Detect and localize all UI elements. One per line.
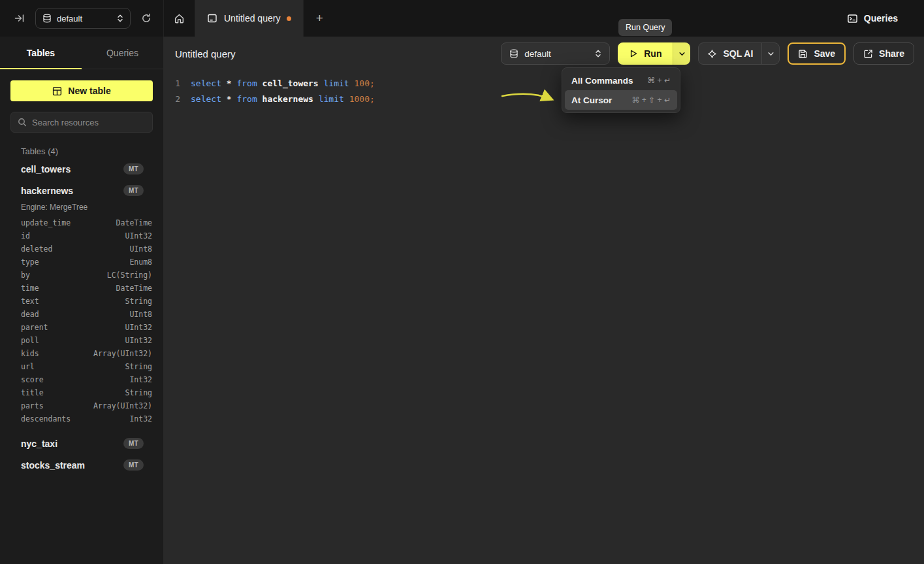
new-table-label: New table — [68, 86, 110, 96]
code-token: * — [227, 78, 232, 88]
column-name: update_time — [21, 218, 71, 227]
run-button[interactable]: Run — [618, 42, 673, 65]
column-type: String — [125, 388, 152, 397]
engine-badge: MT — [123, 438, 144, 449]
column-name: descendants — [21, 414, 71, 423]
collapse-sidebar-button[interactable] — [12, 10, 27, 26]
query-database-selector[interactable]: default — [501, 42, 610, 65]
column-type: String — [125, 297, 152, 306]
table-engine-label: Engine: MergeTree — [0, 201, 163, 216]
column-name: by — [21, 271, 30, 280]
code-token: from — [236, 94, 257, 104]
code-line[interactable]: 2select * from hackernews limit 1000; — [175, 91, 924, 107]
search-input[interactable] — [32, 118, 146, 127]
column-name: time — [21, 284, 39, 293]
arrow-to-bar-icon — [14, 13, 25, 24]
column-type: DateTime — [116, 218, 152, 227]
topbar-left: default — [0, 0, 163, 37]
home-tab[interactable] — [163, 0, 195, 37]
column-row[interactable]: typeEnum8 — [0, 256, 163, 269]
sql-ai-button[interactable]: SQL AI — [699, 43, 761, 64]
unsaved-indicator-dot — [287, 16, 291, 21]
chevron-up-down-icon — [595, 49, 601, 58]
sql-editor[interactable]: 1select * from cell_towers limit 100;2se… — [163, 71, 924, 107]
engine-badge: MT — [123, 459, 144, 471]
run-query-tooltip: Run Query — [618, 19, 672, 36]
code-text: select * from cell_towers limit 100; — [191, 76, 375, 91]
column-name: title — [21, 388, 44, 397]
column-row[interactable]: urlString — [0, 360, 163, 373]
tab-untitled-query[interactable]: Untitled query — [195, 0, 304, 37]
query-tab-icon — [207, 13, 217, 24]
refresh-icon — [141, 13, 151, 24]
sidebar-tab-tables[interactable]: Tables — [0, 37, 82, 69]
sidebar-tab-queries[interactable]: Queries — [82, 37, 163, 69]
chevron-down-icon — [678, 50, 686, 58]
menu-item-label: At Cursor — [571, 95, 612, 105]
column-type: Array(UInt32) — [93, 349, 152, 358]
column-row[interactable]: scoreInt32 — [0, 373, 163, 386]
menu-item-all-commands[interactable]: All Commands⌘ + ↵ — [565, 71, 677, 90]
column-list: update_timeDateTimeidUInt32deletedUInt8t… — [0, 216, 163, 433]
column-row[interactable]: parentUInt32 — [0, 321, 163, 334]
sql-ai-options-button[interactable] — [761, 43, 779, 64]
column-row[interactable]: titleString — [0, 386, 163, 399]
code-token: select — [191, 78, 221, 88]
column-name: score — [21, 375, 44, 384]
column-row[interactable]: descendantsInt32 — [0, 412, 163, 425]
table-row-nyc_taxi[interactable]: nyc_taxiMT — [0, 433, 163, 454]
engine-badge: MT — [123, 185, 144, 196]
column-type: UInt32 — [125, 231, 152, 241]
table-grid-icon — [52, 86, 62, 96]
column-row[interactable]: idUInt32 — [0, 229, 163, 242]
menu-item-at-cursor[interactable]: At Cursor⌘ + ⇧ + ↵ — [565, 90, 677, 110]
share-button[interactable]: Share — [853, 42, 914, 65]
column-row[interactable]: byLC(String) — [0, 269, 163, 282]
run-options-button[interactable] — [673, 42, 690, 65]
share-icon — [863, 49, 873, 59]
code-line[interactable]: 1select * from cell_towers limit 100; — [175, 76, 924, 91]
code-token: hackernews — [263, 94, 313, 104]
code-token: limit — [319, 94, 344, 104]
search-icon — [18, 118, 27, 127]
chevron-down-icon — [767, 50, 774, 58]
column-row[interactable]: timeDateTime — [0, 282, 163, 295]
run-button-group: Run — [618, 42, 690, 65]
refresh-button[interactable] — [138, 10, 154, 26]
menu-item-shortcut: ⌘ + ↵ — [647, 76, 671, 85]
code-token — [313, 94, 319, 104]
column-row[interactable]: kidsArray(UInt32) — [0, 347, 163, 360]
column-row[interactable]: deletedUInt8 — [0, 242, 163, 256]
table-row-hackernews[interactable]: hackernewsMT — [0, 180, 163, 201]
column-type: UInt32 — [125, 323, 152, 332]
new-tab-button[interactable]: + — [304, 0, 335, 37]
topbar-database-selector[interactable]: default — [35, 8, 131, 29]
sql-ai-button-group: SQL AI — [698, 42, 780, 65]
column-row[interactable]: textString — [0, 295, 163, 308]
column-name: deleted — [21, 244, 52, 254]
column-name: id — [21, 231, 30, 241]
table-row-cell_towers[interactable]: cell_towersMT — [0, 158, 163, 180]
queries-icon — [847, 13, 858, 24]
code-token: from — [236, 78, 257, 88]
tables-section-title: Tables (4) — [10, 146, 153, 156]
chevron-up-down-icon — [117, 14, 123, 23]
database-icon — [42, 14, 52, 23]
column-row[interactable]: pollUInt32 — [0, 334, 163, 347]
main-panel: Untitled query default — [163, 37, 924, 564]
code-token: * — [227, 94, 232, 104]
query-database-value: default — [524, 49, 551, 59]
column-name: type — [21, 257, 39, 267]
new-table-button[interactable]: New table — [10, 80, 153, 101]
column-row[interactable]: update_timeDateTime — [0, 216, 163, 229]
queries-button[interactable]: Queries — [839, 0, 924, 37]
search-box — [10, 112, 153, 133]
table-row-stocks_stream[interactable]: stocks_streamMT — [0, 454, 163, 476]
column-row[interactable]: deadUInt8 — [0, 308, 163, 321]
sidebar: Tables Queries New table Tables (4) cell… — [0, 37, 163, 564]
save-button[interactable]: Save — [788, 42, 846, 65]
column-name: url — [21, 362, 35, 371]
code-token — [319, 78, 324, 88]
column-type: UInt8 — [129, 244, 152, 254]
column-row[interactable]: partsArray(UInt32) — [0, 399, 163, 412]
